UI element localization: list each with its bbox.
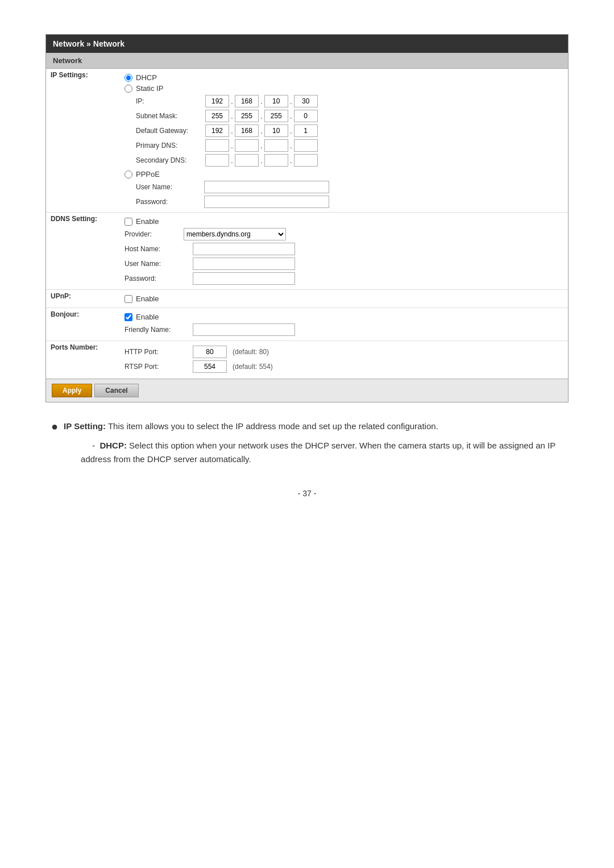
rtsp-port-input[interactable] [193,360,227,373]
pppoe-radio[interactable] [125,171,132,178]
pppoe-password-label: Password: [136,198,204,206]
subnet-dot2: . [260,111,263,121]
bonjour-label: Bonjour: [46,308,120,341]
gateway-octet4[interactable] [294,124,318,137]
gateway-row: Default Gateway: . . . [136,124,563,137]
ddns-label: DDNS Setting: [46,213,120,290]
subnet-dot1: . [230,111,234,121]
gateway-octet3[interactable] [264,124,288,137]
upnp-enable-row: Enable [125,294,563,303]
pdns-dot2: . [260,141,263,150]
pppoe-password-input[interactable] [204,196,329,208]
secondary-dns-label: Secondary DNS: [136,156,204,164]
subnet-octet1[interactable] [205,110,229,122]
cancel-button[interactable]: Cancel [94,384,138,397]
bonjour-enable-checkbox[interactable] [125,313,132,321]
section-header: Network [46,53,568,69]
ip-octet3[interactable] [264,95,288,107]
subnet-octet4[interactable] [294,110,318,122]
page-number: - 37 - [45,489,569,498]
ip-octet2[interactable] [235,95,259,107]
primary-dns-octet4[interactable] [294,139,318,152]
static-ip-label: Static IP [136,84,163,93]
bonjour-row: Bonjour: Enable Friendly Name: [46,308,568,341]
upnp-enable-checkbox[interactable] [125,295,132,303]
ip-settings-row: IP Settings: DHCP Static IP [46,69,568,213]
http-port-row: HTTP Port: (default: 80) [125,346,563,358]
primary-dns-octet1[interactable] [205,139,229,152]
ddns-username-label: User Name: [125,260,193,268]
ddns-username-input[interactable] [193,258,295,270]
pdns-dot3: . [289,141,293,150]
sdns-dot3: . [289,156,293,165]
dhcp-radio[interactable] [125,74,132,82]
upnp-row: UPnP: Enable [46,290,568,308]
pppoe-username-input[interactable] [204,181,329,193]
dhcp-sub-desc: - DHCP: Select this option when your net… [81,439,563,466]
section-label: Network [53,56,82,65]
sdns-dot2: . [260,156,263,165]
subnet-dot3: . [289,111,293,121]
button-bar: Apply Cancel [46,379,568,402]
network-panel: Network » Network Network IP Settings: D… [45,34,569,402]
ip-setting-desc-text: IP Setting: This item allows you to sele… [64,420,563,466]
gateway-dot2: . [260,126,263,135]
subnet-octet3[interactable] [264,110,288,122]
secondary-dns-octet1[interactable] [205,154,229,167]
primary-dns-octet2[interactable] [235,139,259,152]
gateway-label: Default Gateway: [136,127,204,135]
rtsp-port-label: RTSP Port: [125,363,193,371]
rtsp-port-default: (default: 554) [233,363,273,371]
pppoe-fields: User Name: Password: [136,181,563,208]
ports-label: Ports Number: [46,341,120,379]
primary-dns-label: Primary DNS: [136,142,204,149]
bonjour-enable-label: Enable [136,313,159,321]
bonjour-friendly-name-label: Friendly Name: [125,326,193,334]
secondary-dns-octet4[interactable] [294,154,318,167]
ip-setting-bullet: ● [51,418,58,434]
ip-octet1[interactable] [205,95,229,107]
ddns-content: Enable Provider: members.dyndns.org www.… [120,213,568,290]
ddns-enable-checkbox[interactable] [125,218,132,226]
apply-button[interactable]: Apply [52,384,92,397]
http-port-default: (default: 80) [233,348,269,356]
panel-title: Network » Network [53,39,125,48]
gateway-octet1[interactable] [205,124,229,137]
pppoe-username-label: User Name: [136,183,204,191]
secondary-dns-octet2[interactable] [235,154,259,167]
pdns-dot1: . [230,141,234,150]
ddns-username-row: User Name: [125,258,563,270]
subnet-row: Subnet Mask: . . . [136,110,563,122]
static-ip-radio[interactable] [125,85,132,93]
gateway-octet2[interactable] [235,124,259,137]
ip-octet4[interactable] [294,95,318,107]
ddns-hostname-row: Host Name: [125,243,563,255]
bonjour-enable-row: Enable [125,313,563,321]
pppoe-password-row: Password: [136,196,563,208]
ddns-password-input[interactable] [193,272,295,285]
ip-dot2: . [260,97,263,106]
dhcp-label: DHCP [136,73,157,82]
ddns-hostname-label: Host Name: [125,245,193,253]
ddns-provider-select[interactable]: members.dyndns.org www.no-ip.com www.332… [184,228,286,240]
ddns-password-row: Password: [125,272,563,285]
http-port-input[interactable] [193,346,227,358]
static-ip-radio-row: Static IP [125,84,563,93]
rtsp-port-row: RTSP Port: (default: 554) [125,360,563,373]
bonjour-friendly-name-input[interactable] [193,323,295,336]
ddns-hostname-input[interactable] [193,243,295,255]
pppoe-username-row: User Name: [136,181,563,193]
primary-dns-octet3[interactable] [264,139,288,152]
gateway-dot3: . [289,126,293,135]
secondary-dns-octet3[interactable] [264,154,288,167]
bonjour-friendly-name-row: Friendly Name: [125,323,563,336]
ddns-row: DDNS Setting: Enable Provider: members.d… [46,213,568,290]
static-ip-fields: IP: . . . Subnet Mask: [136,95,563,167]
secondary-dns-row: Secondary DNS: . . . [136,154,563,167]
ip-dot3: . [289,97,293,106]
sdns-dot1: . [230,156,234,165]
subnet-label: Subnet Mask: [136,112,204,120]
panel-header: Network » Network [46,35,568,53]
subnet-octet2[interactable] [235,110,259,122]
gateway-dot1: . [230,126,234,135]
